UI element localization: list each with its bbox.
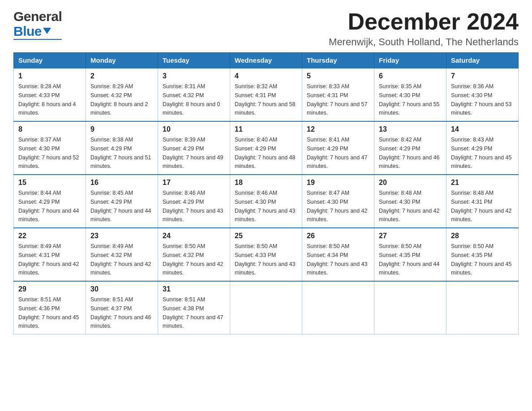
day-info: Sunrise: 8:51 AMSunset: 4:36 PMDaylight:… bbox=[18, 296, 79, 329]
cell-week2-day2: 10 Sunrise: 8:39 AMSunset: 4:29 PMDaylig… bbox=[158, 121, 230, 175]
day-number: 30 bbox=[90, 285, 153, 293]
day-number: 2 bbox=[90, 72, 153, 80]
cell-week4-day0: 22 Sunrise: 8:49 AMSunset: 4:31 PMDaylig… bbox=[14, 228, 86, 281]
day-info: Sunrise: 8:38 AMSunset: 4:29 PMDaylight:… bbox=[90, 137, 151, 169]
day-number: 16 bbox=[90, 179, 153, 187]
day-info: Sunrise: 8:39 AMSunset: 4:29 PMDaylight:… bbox=[163, 137, 223, 169]
day-number: 25 bbox=[235, 232, 297, 240]
cell-week5-day5 bbox=[374, 281, 446, 334]
week-row-5: 29 Sunrise: 8:51 AMSunset: 4:36 PMDaylig… bbox=[14, 281, 519, 334]
day-info: Sunrise: 8:50 AMSunset: 4:34 PMDaylight:… bbox=[307, 243, 368, 276]
day-info: Sunrise: 8:31 AMSunset: 4:32 PMDaylight:… bbox=[163, 83, 220, 116]
cell-week3-day6: 21 Sunrise: 8:48 AMSunset: 4:31 PMDaylig… bbox=[446, 175, 519, 228]
week-row-1: 1 Sunrise: 8:28 AMSunset: 4:33 PMDayligh… bbox=[14, 68, 519, 121]
location-title: Merenwijk, South Holland, The Netherland… bbox=[329, 36, 519, 48]
cell-week5-day1: 30 Sunrise: 8:51 AMSunset: 4:37 PMDaylig… bbox=[86, 281, 158, 334]
day-info: Sunrise: 8:35 AMSunset: 4:30 PMDaylight:… bbox=[379, 83, 440, 116]
cell-week3-day0: 15 Sunrise: 8:44 AMSunset: 4:29 PMDaylig… bbox=[14, 175, 86, 228]
day-info: Sunrise: 8:50 AMSunset: 4:32 PMDaylight:… bbox=[163, 243, 223, 276]
cell-week4-day5: 27 Sunrise: 8:50 AMSunset: 4:35 PMDaylig… bbox=[374, 228, 446, 281]
cell-week3-day1: 16 Sunrise: 8:45 AMSunset: 4:29 PMDaylig… bbox=[86, 175, 158, 228]
cell-week2-day0: 8 Sunrise: 8:37 AMSunset: 4:30 PMDayligh… bbox=[14, 121, 86, 175]
cell-week2-day6: 14 Sunrise: 8:43 AMSunset: 4:29 PMDaylig… bbox=[446, 121, 519, 175]
cell-week2-day5: 13 Sunrise: 8:42 AMSunset: 4:29 PMDaylig… bbox=[374, 121, 446, 175]
day-number: 27 bbox=[379, 232, 442, 240]
day-info: Sunrise: 8:32 AMSunset: 4:31 PMDaylight:… bbox=[235, 83, 296, 116]
day-number: 13 bbox=[379, 125, 442, 133]
day-number: 11 bbox=[235, 125, 297, 133]
day-number: 15 bbox=[18, 179, 81, 187]
cell-week1-day6: 7 Sunrise: 8:36 AMSunset: 4:30 PMDayligh… bbox=[446, 68, 519, 121]
day-info: Sunrise: 8:50 AMSunset: 4:33 PMDaylight:… bbox=[235, 243, 296, 276]
day-info: Sunrise: 8:37 AMSunset: 4:30 PMDaylight:… bbox=[18, 137, 79, 169]
col-monday: Monday bbox=[86, 53, 158, 68]
calendar-table: Sunday Monday Tuesday Wednesday Thursday… bbox=[13, 52, 519, 334]
day-info: Sunrise: 8:48 AMSunset: 4:30 PMDaylight:… bbox=[379, 190, 440, 223]
day-info: Sunrise: 8:28 AMSunset: 4:33 PMDaylight:… bbox=[18, 83, 76, 116]
logo-blue: Blue bbox=[13, 24, 42, 39]
col-tuesday: Tuesday bbox=[158, 53, 230, 68]
day-info: Sunrise: 8:42 AMSunset: 4:29 PMDaylight:… bbox=[379, 137, 440, 169]
day-number: 28 bbox=[451, 232, 514, 240]
cell-week4-day4: 26 Sunrise: 8:50 AMSunset: 4:34 PMDaylig… bbox=[302, 228, 374, 281]
logo-underline bbox=[13, 39, 62, 40]
cell-week2-day4: 12 Sunrise: 8:41 AMSunset: 4:29 PMDaylig… bbox=[302, 121, 374, 175]
day-info: Sunrise: 8:50 AMSunset: 4:35 PMDaylight:… bbox=[379, 243, 440, 276]
week-row-4: 22 Sunrise: 8:49 AMSunset: 4:31 PMDaylig… bbox=[14, 228, 519, 281]
day-number: 17 bbox=[163, 179, 225, 187]
day-number: 22 bbox=[18, 232, 81, 240]
day-info: Sunrise: 8:45 AMSunset: 4:29 PMDaylight:… bbox=[90, 190, 151, 223]
day-info: Sunrise: 8:47 AMSunset: 4:30 PMDaylight:… bbox=[307, 190, 368, 223]
day-number: 4 bbox=[235, 72, 297, 80]
day-info: Sunrise: 8:43 AMSunset: 4:29 PMDaylight:… bbox=[451, 137, 512, 169]
day-info: Sunrise: 8:29 AMSunset: 4:32 PMDaylight:… bbox=[90, 83, 148, 116]
day-info: Sunrise: 8:36 AMSunset: 4:30 PMDaylight:… bbox=[451, 83, 512, 116]
header-row: Sunday Monday Tuesday Wednesday Thursday… bbox=[14, 53, 519, 68]
cell-week3-day5: 20 Sunrise: 8:48 AMSunset: 4:30 PMDaylig… bbox=[374, 175, 446, 228]
col-wednesday: Wednesday bbox=[230, 53, 302, 68]
day-number: 31 bbox=[163, 285, 225, 293]
cell-week1-day2: 3 Sunrise: 8:31 AMSunset: 4:32 PMDayligh… bbox=[158, 68, 230, 121]
cell-week2-day3: 11 Sunrise: 8:40 AMSunset: 4:29 PMDaylig… bbox=[230, 121, 302, 175]
day-number: 10 bbox=[163, 125, 225, 133]
day-number: 19 bbox=[307, 179, 369, 187]
logo-general: General bbox=[13, 9, 62, 24]
day-number: 5 bbox=[307, 72, 369, 80]
cell-week1-day1: 2 Sunrise: 8:29 AMSunset: 4:32 PMDayligh… bbox=[86, 68, 158, 121]
day-info: Sunrise: 8:51 AMSunset: 4:37 PMDaylight:… bbox=[90, 296, 151, 329]
day-number: 3 bbox=[163, 72, 225, 80]
day-info: Sunrise: 8:46 AMSunset: 4:30 PMDaylight:… bbox=[235, 190, 296, 223]
cell-week3-day3: 18 Sunrise: 8:46 AMSunset: 4:30 PMDaylig… bbox=[230, 175, 302, 228]
day-info: Sunrise: 8:40 AMSunset: 4:29 PMDaylight:… bbox=[235, 137, 296, 169]
title-area: December 2024 Merenwijk, South Holland, … bbox=[329, 9, 519, 48]
day-number: 1 bbox=[18, 72, 81, 80]
day-number: 14 bbox=[451, 125, 514, 133]
day-info: Sunrise: 8:49 AMSunset: 4:31 PMDaylight:… bbox=[18, 243, 79, 276]
day-info: Sunrise: 8:44 AMSunset: 4:29 PMDaylight:… bbox=[18, 190, 79, 223]
logo-triangle-icon bbox=[43, 28, 51, 34]
day-info: Sunrise: 8:50 AMSunset: 4:35 PMDaylight:… bbox=[451, 243, 512, 276]
cell-week4-day6: 28 Sunrise: 8:50 AMSunset: 4:35 PMDaylig… bbox=[446, 228, 519, 281]
col-friday: Friday bbox=[374, 53, 446, 68]
cell-week3-day2: 17 Sunrise: 8:46 AMSunset: 4:29 PMDaylig… bbox=[158, 175, 230, 228]
page-header: General Blue December 2024 Merenwijk, So… bbox=[13, 9, 519, 48]
day-number: 12 bbox=[307, 125, 369, 133]
day-number: 7 bbox=[451, 72, 514, 80]
day-info: Sunrise: 8:41 AMSunset: 4:29 PMDaylight:… bbox=[307, 137, 368, 169]
day-number: 20 bbox=[379, 179, 442, 187]
day-number: 29 bbox=[18, 285, 81, 293]
day-info: Sunrise: 8:51 AMSunset: 4:38 PMDaylight:… bbox=[163, 296, 223, 329]
day-number: 24 bbox=[163, 232, 225, 240]
day-number: 21 bbox=[451, 179, 514, 187]
cell-week5-day0: 29 Sunrise: 8:51 AMSunset: 4:36 PMDaylig… bbox=[14, 281, 86, 334]
cell-week3-day4: 19 Sunrise: 8:47 AMSunset: 4:30 PMDaylig… bbox=[302, 175, 374, 228]
col-sunday: Sunday bbox=[14, 53, 86, 68]
day-info: Sunrise: 8:48 AMSunset: 4:31 PMDaylight:… bbox=[451, 190, 512, 223]
cell-week5-day3 bbox=[230, 281, 302, 334]
month-title: December 2024 bbox=[329, 9, 519, 34]
cell-week1-day5: 6 Sunrise: 8:35 AMSunset: 4:30 PMDayligh… bbox=[374, 68, 446, 121]
cell-week2-day1: 9 Sunrise: 8:38 AMSunset: 4:29 PMDayligh… bbox=[86, 121, 158, 175]
cell-week5-day6 bbox=[446, 281, 519, 334]
cell-week4-day2: 24 Sunrise: 8:50 AMSunset: 4:32 PMDaylig… bbox=[158, 228, 230, 281]
day-number: 23 bbox=[90, 232, 153, 240]
